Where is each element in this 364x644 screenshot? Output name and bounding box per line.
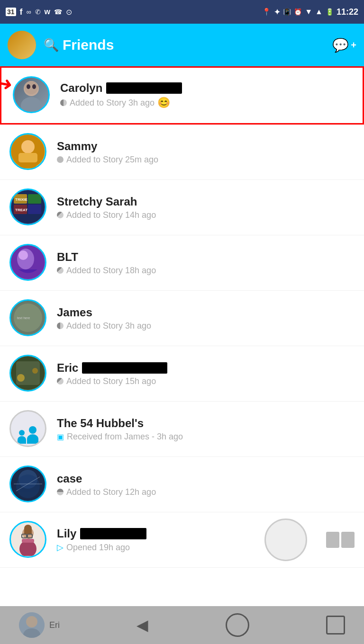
svg-point-6 xyxy=(21,140,35,153)
svg-text:TRIXIE: TRIXIE xyxy=(15,197,27,202)
friend-item-eric[interactable]: Eric Added to Story 15h ago xyxy=(0,346,364,402)
svg-point-18 xyxy=(18,250,28,260)
svg-point-2 xyxy=(25,81,38,94)
case-info: case Added to Story 12h ago xyxy=(57,472,355,497)
lily-square-2 xyxy=(341,532,355,548)
person-silhouette-1 xyxy=(18,430,26,444)
person-silhouette-2 xyxy=(27,426,38,444)
james-status-dot xyxy=(57,322,64,329)
chat-bubble-icon: 💬 xyxy=(332,37,349,53)
svg-rect-39 xyxy=(22,539,34,543)
new-chat-plus: + xyxy=(351,40,356,51)
case-name: case xyxy=(57,472,355,485)
james-info: James Added to Story 3h ago xyxy=(57,306,355,331)
carolyn-avatar-wrap xyxy=(13,76,51,114)
blt-status: Added to Story 18h ago xyxy=(57,266,355,276)
eric-avatar-wrap xyxy=(9,355,47,393)
case-status: Added to Story 12h ago xyxy=(57,487,355,497)
friend-item-lily[interactable]: Lily ▷ Opened 19h ago xyxy=(0,512,364,568)
new-chat-button[interactable]: 💬 + xyxy=(332,37,356,53)
vibrate-icon: 📳 xyxy=(283,8,291,16)
time-display: 11:22 xyxy=(337,7,358,17)
svg-point-1 xyxy=(21,97,42,111)
status-bar-left: 31 f ∞ ✆ w ☎ ⊙ xyxy=(6,7,72,17)
lily-circle-overlay xyxy=(264,519,307,561)
eric-redacted xyxy=(82,362,167,374)
svg-rect-34 xyxy=(24,528,32,534)
eric-info: Eric Added to Story 15h ago xyxy=(57,361,355,386)
facebook-icon: f xyxy=(20,7,23,17)
stretchy-status: Added to Story 14h ago xyxy=(57,210,355,220)
case-avatar-wrap xyxy=(9,465,47,503)
person-head-1 xyxy=(19,430,25,436)
header: 🔍 Friends 💬 + xyxy=(0,24,364,66)
nav-bitmoji-avatar[interactable] xyxy=(19,612,45,638)
bluetooth-icon: ✦ xyxy=(274,8,280,17)
carolyn-status-dot xyxy=(60,99,67,106)
search-icon: 🔍 xyxy=(44,38,59,53)
friend-item-hubbell[interactable]: The 54 Hubbel's ▣ Received from James - … xyxy=(0,402,364,457)
blt-avatar-image xyxy=(11,246,45,279)
eric-avatar-image xyxy=(11,357,45,390)
chat-icon: ▣ xyxy=(57,432,64,441)
phone-icon: ☎ xyxy=(54,8,62,16)
svg-point-25 xyxy=(32,368,38,374)
case-status-dot xyxy=(57,489,64,495)
user-avatar[interactable] xyxy=(8,31,36,59)
friend-item-stretchy[interactable]: TRIXIE TREAT Stretchy Sarah Added to Sto… xyxy=(0,180,364,235)
blt-name: BLT xyxy=(57,250,355,264)
james-avatar-wrap: text here xyxy=(9,299,47,337)
battery-icon: 🔋 xyxy=(326,8,334,16)
blt-info: BLT Added to Story 18h ago xyxy=(57,250,355,276)
hubbell-status: ▣ Received from James - 3h ago xyxy=(57,432,355,442)
lily-avatar-image xyxy=(11,523,45,556)
hubbell-avatar-wrap xyxy=(9,410,47,448)
sammy-status-dot xyxy=(57,156,64,163)
blt-avatar-wrap xyxy=(9,244,47,282)
calendar-icon: 31 xyxy=(6,8,16,16)
alarm-icon: ⏰ xyxy=(294,8,302,16)
carolyn-name: Carolyn xyxy=(60,81,353,95)
case-avatar-image xyxy=(11,467,45,501)
friend-item-blt[interactable]: BLT Added to Story 18h ago xyxy=(0,235,364,291)
lily-squares xyxy=(326,532,355,548)
search-area[interactable]: 🔍 Friends xyxy=(44,37,325,53)
nav-left-area: Eri xyxy=(19,612,60,638)
wifi-icon: ▼ xyxy=(305,8,312,16)
hubbell-avatar xyxy=(9,410,46,447)
sammy-status: Added to Story 25m ago xyxy=(57,155,355,165)
carolyn-emoji: 😊 xyxy=(157,97,170,109)
svg-point-28 xyxy=(16,474,40,498)
friend-item-carolyn[interactable]: Carolyn Added to Story 3h ago 😊 xyxy=(1,68,363,123)
nav-home-button[interactable] xyxy=(226,613,249,637)
nav-back-button[interactable]: ◀ xyxy=(136,616,148,634)
sammy-info: Sammy Added to Story 25m ago xyxy=(57,140,355,165)
lily-avatar xyxy=(9,521,46,558)
carolyn-info: Carolyn Added to Story 3h ago 😊 xyxy=(60,81,353,109)
status-bar: 31 f ∞ ✆ w ☎ ⊙ 📍 ✦ 📳 ⏰ ▼ ▲ 🔋 11:22 xyxy=(0,0,364,24)
lily-name: Lily xyxy=(57,527,355,540)
person-body-1 xyxy=(18,436,26,444)
carolyn-avatar xyxy=(13,76,50,113)
eric-name: Eric xyxy=(57,361,355,375)
svg-point-41 xyxy=(26,616,37,627)
sammy-avatar-image xyxy=(11,135,45,168)
blt-status-dot xyxy=(57,267,64,274)
stretchy-info: Stretchy Sarah Added to Story 14h ago xyxy=(57,195,355,220)
status-bar-right: 📍 ✦ 📳 ⏰ ▼ ▲ 🔋 11:22 xyxy=(262,7,358,17)
person-head-2 xyxy=(29,426,36,434)
friend-item-case[interactable]: case Added to Story 12h ago xyxy=(0,457,364,512)
case-avatar xyxy=(9,465,46,502)
lily-avatar-wrap xyxy=(9,521,47,559)
svg-point-4 xyxy=(32,84,36,89)
stretchy-avatar: TRIXIE TREAT xyxy=(9,188,46,225)
stretchy-avatar-image: TRIXIE TREAT xyxy=(11,190,45,224)
stretchy-status-dot xyxy=(57,212,64,218)
nav-recent-apps-button[interactable] xyxy=(326,616,345,635)
hubbell-avatar-inner xyxy=(11,411,45,446)
hubbell-name: The 54 Hubbel's xyxy=(57,417,355,430)
friend-item-sammy[interactable]: Sammy Added to Story 25m ago xyxy=(0,125,364,180)
blt-avatar xyxy=(9,244,46,281)
friend-item-james[interactable]: text here James Added to Story 3h ago xyxy=(0,291,364,346)
lily-redacted xyxy=(80,528,146,539)
